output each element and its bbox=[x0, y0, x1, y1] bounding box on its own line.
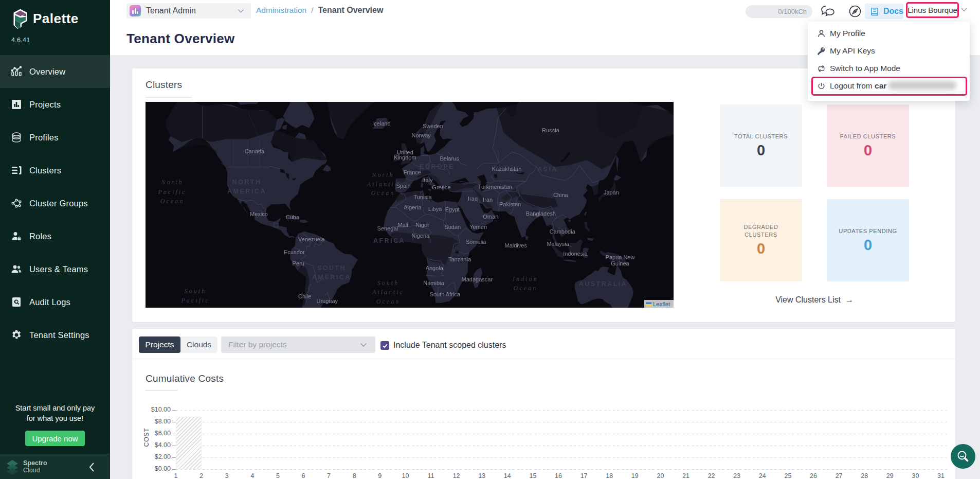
svg-text:South: South bbox=[377, 279, 399, 287]
svg-text:Kingdom: Kingdom bbox=[394, 154, 416, 161]
svg-text:Indonesia: Indonesia bbox=[563, 251, 588, 257]
svg-text:North: North bbox=[160, 179, 183, 186]
svg-text:Cuba: Cuba bbox=[286, 214, 300, 220]
svg-text:France: France bbox=[404, 169, 421, 175]
svg-text:South: South bbox=[185, 288, 206, 295]
svg-text:Somalia: Somalia bbox=[466, 239, 487, 245]
svg-text:Libya: Libya bbox=[428, 206, 442, 212]
svg-text:Mexico: Mexico bbox=[250, 211, 268, 217]
svg-text:China: China bbox=[553, 192, 569, 198]
svg-text:Pacific: Pacific bbox=[181, 297, 210, 304]
svg-text:Yemen: Yemen bbox=[469, 224, 487, 230]
svg-text:Japan: Japan bbox=[604, 189, 619, 196]
svg-text:Russia: Russia bbox=[542, 127, 560, 133]
svg-text:Angola: Angola bbox=[426, 265, 444, 271]
svg-text:Pakistan: Pakistan bbox=[499, 201, 521, 207]
svg-text:North: North bbox=[371, 171, 394, 179]
svg-text:Iraq: Iraq bbox=[468, 196, 478, 202]
svg-text:Indian: Indian bbox=[512, 275, 538, 282]
svg-text:Italy: Italy bbox=[422, 177, 433, 183]
svg-text:Greece: Greece bbox=[432, 184, 450, 190]
svg-text:Egypt: Egypt bbox=[445, 206, 460, 212]
svg-text:Mali: Mali bbox=[398, 222, 408, 228]
svg-text:ASIA: ASIA bbox=[537, 166, 558, 173]
svg-text:AFRICA: AFRICA bbox=[373, 237, 405, 244]
svg-text:Nigeria: Nigeria bbox=[411, 233, 430, 239]
svg-text:Norway: Norway bbox=[412, 132, 431, 138]
svg-text:South Africa: South Africa bbox=[430, 291, 461, 297]
svg-text:Leaflet: Leaflet bbox=[653, 301, 670, 307]
svg-text:SOUTH: SOUTH bbox=[317, 264, 346, 272]
svg-text:Uruguay: Uruguay bbox=[317, 298, 338, 304]
svg-text:Namibia: Namibia bbox=[423, 280, 444, 286]
svg-text:Madagascar: Madagascar bbox=[462, 276, 493, 282]
svg-text:Iceland: Iceland bbox=[372, 120, 390, 127]
svg-text:Tunisia: Tunisia bbox=[413, 194, 432, 200]
svg-text:Algeria: Algeria bbox=[404, 204, 422, 210]
svg-text:AMERICA: AMERICA bbox=[312, 274, 351, 281]
svg-text:Kazakhstan: Kazakhstan bbox=[492, 166, 521, 172]
svg-text:Ocean: Ocean bbox=[160, 198, 184, 205]
svg-text:Atlantic: Atlantic bbox=[367, 181, 399, 188]
svg-text:Canada: Canada bbox=[245, 148, 265, 154]
svg-text:Ecuador: Ecuador bbox=[284, 249, 305, 255]
svg-text:Malaysia: Malaysia bbox=[547, 241, 569, 247]
svg-text:Niger: Niger bbox=[415, 222, 429, 228]
svg-text:Peru: Peru bbox=[293, 260, 304, 267]
svg-text:AUSTRALIA: AUSTRALIA bbox=[579, 280, 628, 288]
svg-text:Turkmenistan: Turkmenistan bbox=[478, 184, 512, 190]
svg-text:Oman: Oman bbox=[483, 214, 498, 220]
svg-text:Iran: Iran bbox=[483, 197, 493, 203]
svg-text:Senegal: Senegal bbox=[377, 225, 398, 232]
svg-text:Sweden: Sweden bbox=[423, 123, 443, 129]
svg-text:Ocean: Ocean bbox=[376, 298, 400, 305]
svg-text:Bangladesh: Bangladesh bbox=[526, 210, 556, 217]
svg-text:AMERICA: AMERICA bbox=[227, 188, 266, 195]
svg-text:Venezuela: Venezuela bbox=[298, 236, 325, 242]
svg-text:Papua New: Papua New bbox=[606, 254, 635, 260]
svg-text:Atlantic: Atlantic bbox=[372, 289, 404, 296]
svg-text:NORTH: NORTH bbox=[232, 179, 262, 186]
svg-text:Ocean: Ocean bbox=[514, 285, 537, 292]
svg-text:Pacific: Pacific bbox=[158, 188, 187, 196]
svg-text:Sudan: Sudan bbox=[444, 224, 461, 230]
svg-text:Ocean: Ocean bbox=[371, 189, 395, 197]
svg-text:EUROPE: EUROPE bbox=[420, 163, 455, 170]
svg-text:Chile: Chile bbox=[298, 293, 311, 299]
svg-text:Belarus: Belarus bbox=[440, 155, 459, 162]
svg-text:Cambodia: Cambodia bbox=[550, 228, 576, 235]
svg-text:Tanzania: Tanzania bbox=[448, 256, 471, 262]
svg-text:Maldives: Maldives bbox=[504, 242, 527, 249]
svg-text:Guinea: Guinea bbox=[611, 260, 629, 267]
